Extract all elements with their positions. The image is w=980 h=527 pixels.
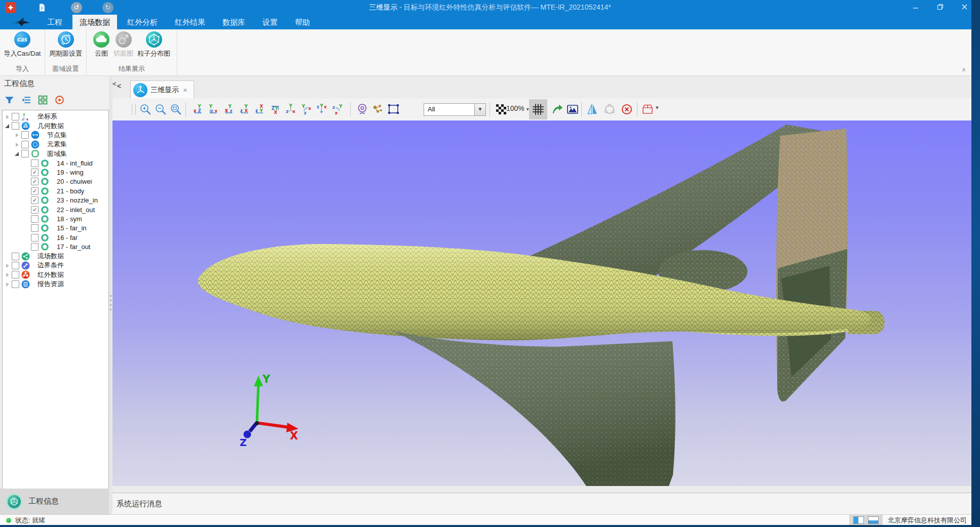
- tree-item[interactable]: 21 - body: [3, 186, 108, 195]
- tree-item[interactable]: 19 - wing: [3, 168, 108, 177]
- tree-item[interactable]: 节点集: [3, 131, 108, 140]
- restore-icon[interactable]: [933, 4, 947, 12]
- zoom-fit-icon[interactable]: [169, 103, 182, 116]
- close-icon[interactable]: [958, 4, 971, 12]
- visibility-checkbox[interactable]: [12, 271, 19, 278]
- expander-icon[interactable]: [4, 262, 11, 269]
- view-isometric-icon[interactable]: Yzx: [284, 103, 297, 116]
- tab-3d-view[interactable]: 三维显示 ×: [130, 80, 194, 99]
- chevron-down-icon[interactable]: ▼: [474, 104, 485, 115]
- menu-item[interactable]: 红外分析: [120, 15, 165, 29]
- import-cas-dat-button[interactable]: cas 导入Cas/Dat: [2, 31, 43, 58]
- tree-item[interactable]: Yzx坐标系: [3, 112, 108, 121]
- project-info-bottom-button[interactable]: 工程信息: [0, 489, 109, 514]
- collapse-ribbon-icon[interactable]: ∧: [962, 66, 966, 73]
- close-icon[interactable]: ×: [183, 86, 187, 94]
- visibility-checkbox[interactable]: [12, 280, 19, 288]
- periodic-face-button[interactable]: 周期面设置: [47, 31, 84, 58]
- clear-icon[interactable]: [620, 103, 633, 116]
- visibility-checkbox[interactable]: [12, 262, 19, 269]
- tree-item[interactable]: 22 - inlet_out: [3, 205, 108, 214]
- menu-item[interactable]: 流场数据: [72, 15, 117, 29]
- view-rotate-right-icon[interactable]: zYx: [331, 103, 344, 116]
- section-box-icon[interactable]: [641, 103, 654, 116]
- toolbar-drag-handle[interactable]: [132, 104, 136, 115]
- tree-item[interactable]: 15 - far_in: [3, 224, 108, 233]
- menu-item[interactable]: 红外结果: [168, 15, 212, 29]
- visibility-checkbox[interactable]: [12, 253, 19, 260]
- snapshot-icon[interactable]: [566, 103, 579, 116]
- tree-item[interactable]: 流场数据: [3, 252, 108, 261]
- menu-item[interactable]: 工程: [40, 15, 69, 29]
- share-arrow-icon[interactable]: [551, 103, 564, 116]
- view-down-icon[interactable]: zYx: [315, 103, 328, 116]
- tree-item[interactable]: 20 - chuiwei: [3, 177, 108, 186]
- menu-item[interactable]: 帮助: [288, 15, 317, 29]
- project-tree[interactable]: Yzx坐标系几何数据节点集元素集面域集14 - int_fluid19 - wi…: [2, 110, 109, 489]
- expander-icon[interactable]: [14, 132, 20, 138]
- visibility-checkbox[interactable]: [31, 159, 39, 167]
- mesh-toggle-button[interactable]: [529, 99, 547, 119]
- tree-item[interactable]: 边界条件: [3, 261, 108, 270]
- visibility-checkbox[interactable]: [31, 196, 39, 204]
- view-top-icon[interactable]: XzY: [253, 103, 266, 116]
- chevron-down-icon[interactable]: ▾: [656, 104, 659, 111]
- tree-item[interactable]: 17 - far_out: [3, 242, 108, 251]
- tree-item[interactable]: 几何数据: [3, 121, 108, 130]
- panel-layout-icon[interactable]: [853, 516, 864, 524]
- view-left-icon[interactable]: YXz: [222, 103, 235, 116]
- visibility-checkbox[interactable]: [12, 122, 19, 130]
- box-select-icon[interactable]: [387, 103, 400, 116]
- tree-item[interactable]: 18 - sym: [3, 214, 108, 223]
- visibility-checkbox[interactable]: [31, 187, 39, 195]
- visibility-checkbox[interactable]: [31, 234, 39, 241]
- filter-icon[interactable]: [4, 95, 15, 105]
- menu-item[interactable]: 设置: [255, 15, 285, 29]
- contour-cloud-button[interactable]: 云图: [91, 31, 111, 58]
- opacity-dropdown[interactable]: 100% ▾: [506, 104, 529, 112]
- view-right-icon[interactable]: YzX: [238, 103, 251, 116]
- viewport-canvas[interactable]: Y X Z: [112, 120, 971, 486]
- panel-splitter[interactable]: [109, 76, 112, 514]
- tree-item[interactable]: 14 - int_fluid: [3, 158, 108, 168]
- visibility-checkbox[interactable]: [21, 131, 29, 139]
- display-filter-select[interactable]: All ▼: [424, 103, 486, 116]
- window-layout-icon[interactable]: [868, 516, 879, 524]
- visibility-checkbox[interactable]: [31, 215, 39, 223]
- expander-icon[interactable]: [4, 271, 11, 278]
- view-rotate-left-icon[interactable]: Yxz: [300, 103, 313, 116]
- list-icon[interactable]: [21, 95, 31, 105]
- visibility-checkbox[interactable]: [21, 150, 29, 157]
- target-icon[interactable]: [54, 95, 65, 105]
- view-front-icon[interactable]: YxZ: [192, 103, 204, 116]
- tree-item[interactable]: 报告资源: [3, 279, 108, 289]
- grid-icon[interactable]: [37, 95, 48, 105]
- probe-icon[interactable]: [356, 103, 369, 116]
- expander-icon[interactable]: [4, 113, 11, 120]
- menu-item[interactable]: 数据库: [215, 15, 252, 29]
- visibility-checkbox[interactable]: [31, 206, 39, 214]
- particles-icon[interactable]: [371, 103, 384, 116]
- visibility-checkbox[interactable]: [31, 178, 39, 185]
- particle-distribution-button[interactable]: 粒子分布图: [135, 31, 172, 58]
- minimize-icon[interactable]: [909, 4, 922, 12]
- visibility-checkbox[interactable]: [31, 243, 39, 251]
- view-bottom-icon[interactable]: ZYX: [269, 103, 282, 116]
- tree-item[interactable]: 红外数据: [3, 270, 108, 279]
- expander-icon[interactable]: [14, 150, 20, 157]
- tree-item[interactable]: 元素集: [3, 140, 108, 149]
- expander-icon[interactable]: [14, 141, 20, 148]
- zoom-out-icon[interactable]: [154, 103, 167, 116]
- tree-item[interactable]: 23 - nozzle_in: [3, 196, 108, 205]
- zoom-in-icon[interactable]: [139, 103, 152, 116]
- visibility-checkbox[interactable]: [21, 141, 29, 148]
- tree-item[interactable]: 16 - far: [3, 233, 108, 242]
- visibility-checkbox[interactable]: [31, 169, 39, 176]
- expander-icon[interactable]: [4, 123, 11, 129]
- tree-item[interactable]: 面域集: [3, 149, 108, 158]
- visibility-checkbox[interactable]: [31, 224, 39, 232]
- visibility-checkbox[interactable]: [12, 113, 19, 120]
- viewport-3d[interactable]: Y X Z: [112, 120, 971, 493]
- panel-collapse-icon[interactable]: <: [112, 80, 121, 89]
- view-back-icon[interactable]: Yzx: [207, 103, 220, 116]
